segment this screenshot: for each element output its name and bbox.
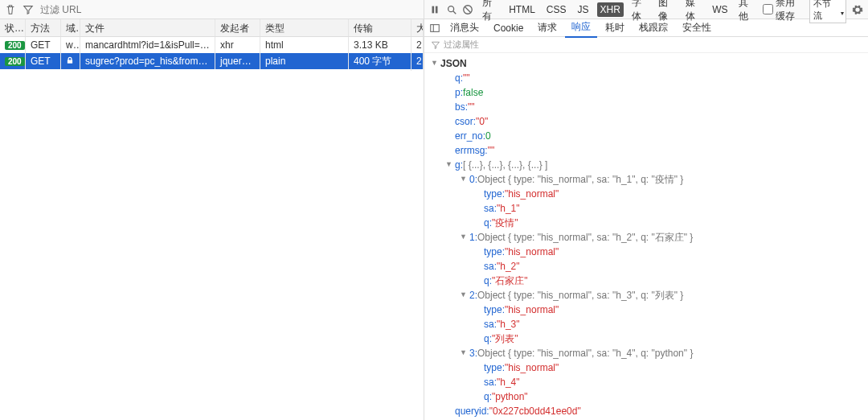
status-badge: 200 xyxy=(5,57,25,66)
json-tree-row[interactable]: type: "his_normal" xyxy=(424,245,868,259)
cell-method: GET xyxy=(26,53,61,69)
gear-icon[interactable] xyxy=(851,2,863,17)
json-tree-row[interactable]: q: "列表" xyxy=(424,331,868,346)
block-icon[interactable] xyxy=(462,2,474,17)
cell-type: plain xyxy=(260,53,349,69)
svg-rect-0 xyxy=(432,6,435,13)
status-badge: 200 xyxy=(5,41,25,50)
json-tree-row[interactable]: ▼1: Object { type: "his_normal", sa: "h_… xyxy=(424,230,868,245)
tab-request[interactable]: 请求 xyxy=(531,19,563,37)
column-initiator[interactable]: 发起者 xyxy=(215,19,260,36)
cell-file: sugrec?prod=pc_his&from=pc_we xyxy=(80,53,215,69)
toggle-panel-icon[interactable] xyxy=(428,21,442,35)
tab-security[interactable]: 安全性 xyxy=(676,19,718,37)
throttle-select[interactable]: 不节流 xyxy=(809,0,847,23)
trash-icon[interactable] xyxy=(3,2,18,17)
cell-initiator: jquery-1-... xyxy=(215,53,260,69)
cell-size: 28 xyxy=(411,53,424,69)
column-status[interactable]: 状态 xyxy=(0,19,26,36)
cell-transfer: 3.13 KB xyxy=(349,37,411,53)
json-response-tree: ▼JSONq: ""p: falsebs: ""csor: "0"err_no:… xyxy=(424,53,868,420)
tab-stack[interactable]: 栈跟踪 xyxy=(633,19,674,37)
filter-tab-js[interactable]: JS xyxy=(575,2,592,17)
json-tree-row[interactable]: bs: "" xyxy=(424,100,868,114)
column-type[interactable]: 类型 xyxy=(260,19,349,36)
cell-method: GET xyxy=(26,37,61,53)
json-tree-row[interactable]: q: "石家庄" xyxy=(424,274,868,288)
json-tree-row[interactable]: q: "疫情" xyxy=(424,216,868,230)
json-tree-row[interactable]: q: "" xyxy=(424,71,868,85)
json-tree-row[interactable]: sa: "h_2" xyxy=(424,259,868,274)
table-row[interactable]: 200 GET ww mancardhtml?id=1&isPull=&inde… xyxy=(0,37,424,53)
filter-tab-html[interactable]: HTML xyxy=(506,2,538,17)
json-tree-row[interactable]: type: "his_normal" xyxy=(424,360,868,375)
cell-domain xyxy=(61,53,80,69)
search-icon[interactable] xyxy=(446,2,458,17)
cell-domain: ww xyxy=(61,37,80,53)
tab-headers[interactable]: 消息头 xyxy=(444,19,485,37)
response-tabs: 消息头 Cookie 请求 响应 耗时 栈跟踪 安全性 xyxy=(424,19,868,37)
filter-props-label: 过滤属性 xyxy=(444,39,479,51)
json-tree-row[interactable]: csor: "0" xyxy=(424,114,868,129)
json-tree-row[interactable]: ▼3: Object { type: "his_normal", sa: "h_… xyxy=(424,346,868,360)
json-tree-row[interactable]: type: "his_normal" xyxy=(424,187,868,201)
json-tree-row[interactable]: p: false xyxy=(424,85,868,100)
filter-tab-ws[interactable]: WS xyxy=(709,2,731,17)
tab-cookie[interactable]: Cookie xyxy=(487,20,530,36)
svg-rect-1 xyxy=(436,6,438,13)
tab-timing[interactable]: 耗时 xyxy=(599,19,631,37)
json-tree-row[interactable]: ▼g: [ {...}, {...}, {...}, {...} ] xyxy=(424,158,868,172)
json-tree-row[interactable]: type: "his_normal" xyxy=(424,303,868,317)
table-row[interactable]: 200 GET sugrec?prod=pc_his&from=pc_we jq… xyxy=(0,53,424,69)
column-file[interactable]: 文件 xyxy=(80,19,215,36)
filter-url-input[interactable] xyxy=(39,2,420,17)
json-tree-row[interactable]: ▼0: Object { type: "his_normal", sa: "h_… xyxy=(424,172,868,187)
request-type-toolbar: 所有 HTML CSS JS XHR 字体 图像 媒体 WS 其他 禁用缓存 不… xyxy=(424,0,868,19)
pause-icon[interactable] xyxy=(429,2,441,17)
cell-transfer: 400 字节 xyxy=(349,52,411,71)
cell-file: mancardhtml?id=1&isPull=&index xyxy=(80,37,215,53)
column-transfer[interactable]: 传输 xyxy=(349,19,411,36)
filter-properties-bar: 过滤属性 xyxy=(424,37,868,53)
network-table-header: 状态 方法 域 文件 发起者 类型 传输 大 xyxy=(0,19,424,37)
network-table-body: 200 GET ww mancardhtml?id=1&isPull=&inde… xyxy=(0,37,424,420)
cell-size: 20 xyxy=(411,37,424,53)
filter-icon[interactable] xyxy=(21,2,35,17)
filter-tab-css[interactable]: CSS xyxy=(543,2,570,17)
json-tree-row[interactable]: q: "python" xyxy=(424,389,868,404)
lock-icon xyxy=(66,56,74,64)
json-tree-row[interactable]: err_no: 0 xyxy=(424,129,868,143)
column-method[interactable]: 方法 xyxy=(26,19,61,36)
cell-initiator: xhr xyxy=(215,37,260,53)
tab-response[interactable]: 响应 xyxy=(565,18,597,38)
json-tree-row[interactable]: sa: "h_3" xyxy=(424,317,868,331)
filter-icon[interactable] xyxy=(431,40,440,50)
json-tree-row[interactable]: sa: "h_4" xyxy=(424,375,868,389)
json-tree-row[interactable]: ▼2: Object { type: "his_normal", sa: "h_… xyxy=(424,288,868,303)
json-tree-row[interactable]: errmsg: "" xyxy=(424,143,868,158)
column-size[interactable]: 大 xyxy=(411,19,424,36)
svg-rect-4 xyxy=(431,24,440,31)
json-tree-row[interactable]: ▼JSON xyxy=(424,56,868,71)
svg-point-2 xyxy=(448,6,453,11)
json-tree-row[interactable]: queryid: "0x227cb0dd41ee0d" xyxy=(424,404,868,418)
column-domain[interactable]: 域 xyxy=(61,19,80,36)
json-tree-row[interactable]: sa: "h_1" xyxy=(424,201,868,216)
network-filter-toolbar xyxy=(0,0,424,19)
cell-type: html xyxy=(260,37,349,53)
filter-tab-xhr[interactable]: XHR xyxy=(597,2,624,17)
